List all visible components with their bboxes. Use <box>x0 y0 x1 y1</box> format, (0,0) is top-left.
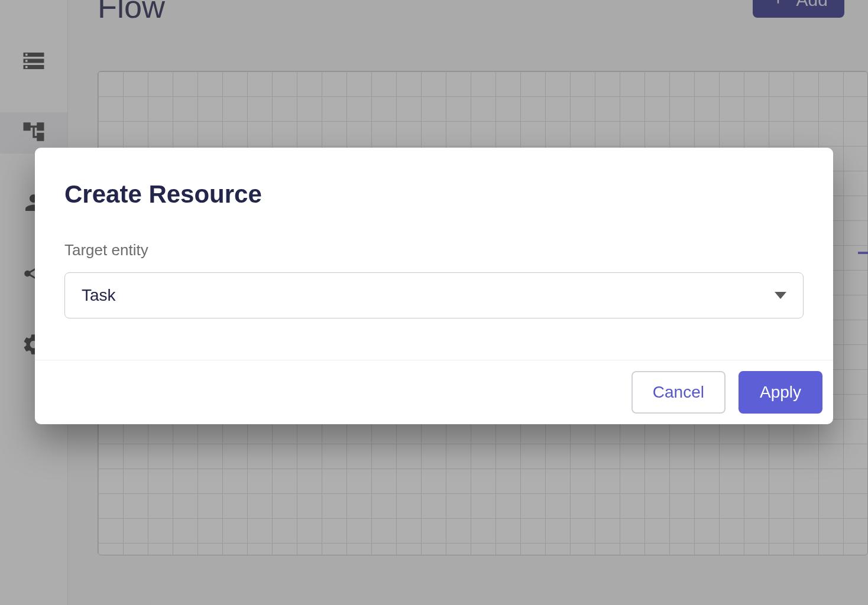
select-value: Task <box>82 286 775 305</box>
create-resource-modal: Create Resource Target entity Task Cance… <box>35 148 833 424</box>
modal-footer: Cancel Apply <box>35 360 833 424</box>
chevron-down-icon <box>775 292 786 299</box>
modal-title: Create Resource <box>64 180 804 209</box>
cancel-button[interactable]: Cancel <box>631 371 726 414</box>
modal-overlay[interactable]: Create Resource Target entity Task Cance… <box>0 0 868 605</box>
target-entity-select[interactable]: Task <box>64 272 804 318</box>
target-entity-label: Target entity <box>64 241 804 259</box>
modal-body: Create Resource Target entity Task <box>35 148 833 360</box>
apply-button[interactable]: Apply <box>739 371 822 414</box>
